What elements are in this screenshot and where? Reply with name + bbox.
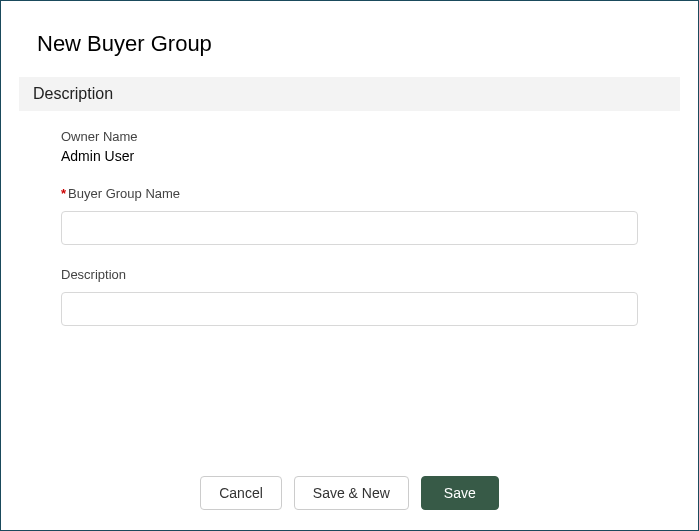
description-input[interactable] <box>61 292 638 326</box>
cancel-button[interactable]: Cancel <box>200 476 282 510</box>
description-field: Description <box>61 267 638 326</box>
buyer-group-name-input[interactable] <box>61 211 638 245</box>
owner-name-label: Owner Name <box>61 129 638 144</box>
buyer-group-name-label: *Buyer Group Name <box>61 186 638 201</box>
buyer-group-name-field: *Buyer Group Name <box>61 186 638 245</box>
owner-name-field: Owner Name Admin User <box>61 129 638 164</box>
owner-name-value: Admin User <box>61 148 638 164</box>
button-bar: Cancel Save & New Save <box>1 476 698 510</box>
required-indicator: * <box>61 186 66 201</box>
dialog-title: New Buyer Group <box>1 1 698 77</box>
section-header-description: Description <box>19 77 680 111</box>
form-body: Owner Name Admin User *Buyer Group Name … <box>1 111 698 326</box>
description-label: Description <box>61 267 638 282</box>
save-button[interactable]: Save <box>421 476 499 510</box>
buyer-group-name-label-text: Buyer Group Name <box>68 186 180 201</box>
save-and-new-button[interactable]: Save & New <box>294 476 409 510</box>
